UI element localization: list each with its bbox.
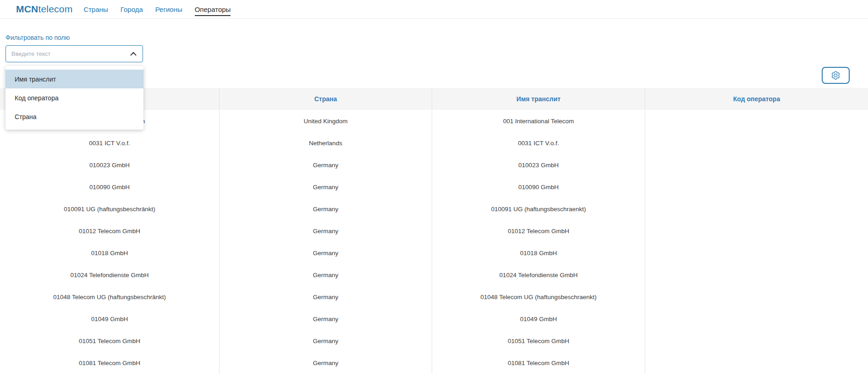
table-cell: 01051 Telecom GmbH [0,330,220,352]
table-cell [645,176,868,198]
dropdown-option-0[interactable]: Имя транслит [5,70,143,88]
table-cell: 01081 Telecom GmbH [432,352,645,374]
filter-combobox[interactable] [5,45,143,62]
table-cell: United Kingdom [220,110,432,132]
nav-item-1[interactable]: Города [121,5,143,13]
table-cell: Germany [220,286,432,308]
table-cell [645,110,868,132]
table-cell: Germany [220,176,432,198]
table-cell [645,330,868,352]
nav-item-3[interactable]: Операторы [195,5,231,16]
dropdown-option-1[interactable]: Код оператора [5,88,143,107]
table-cell: 01051 Telecom GmbH [432,330,645,352]
table-cell: 0031 ICT V.o.f. [0,132,220,154]
table-row[interactable]: 010090 GmbHGermany010090 GmbH [0,176,868,198]
operators-table: СтранаИмя транслитКод оператора 001 Inte… [0,88,868,374]
table-row[interactable]: 01024 Telefondienste GmbHGermany01024 Te… [0,264,868,286]
column-header-3[interactable]: Код оператора [645,88,868,110]
table-cell: 0031 ICT V.o.f. [432,132,645,154]
table-cell [645,352,868,374]
table-settings-button[interactable] [822,67,850,84]
filter-dropdown-panel: Имя транслитКод оператораСтрана [5,66,143,130]
table-body: 001 International TelecomUnited Kingdom0… [0,110,868,374]
table-cell: Germany [220,330,432,352]
table-cell: 01024 Telefondienste GmbH [0,264,220,286]
table-row[interactable]: 01081 Telecom GmbHGermany01081 Telecom G… [0,352,868,374]
table-cell: 010090 GmbH [432,176,645,198]
table-cell: Germany [220,198,432,220]
brand-logo-rest: telecom [38,4,72,14]
table-cell: 010023 GmbH [0,154,220,176]
table-cell [645,154,868,176]
table-cell: Germany [220,220,432,242]
nav-item-0[interactable]: Страны [83,5,108,13]
table-cell [645,264,868,286]
table-cell: Germany [220,154,432,176]
table-row[interactable]: 0031 ICT V.o.f.Netherlands0031 ICT V.o.f… [0,132,868,154]
table-cell [645,286,868,308]
table-cell: 01048 Telecom UG (haftungsbeschränkt) [0,286,220,308]
table-cell: 01024 Telefondienste GmbH [432,264,645,286]
filter-text-input[interactable] [11,50,116,58]
table-cell [645,308,868,330]
table-cell: 01081 Telecom GmbH [0,352,220,374]
column-header-2[interactable]: Имя транслит [432,88,645,110]
top-navbar: MCNtelecom СтраныГородаРегионыОператоры [0,0,868,19]
table-cell: Netherlands [220,132,432,154]
table-cell: 010091 UG (haftungsbeschränkt) [0,198,220,220]
table-cell: Germany [220,308,432,330]
table-cell: 010091 UG (haftungsbeschraenkt) [432,198,645,220]
filter-field-label: Фильтровать по полю [5,34,70,41]
table-cell [645,220,868,242]
nav-links: СтраныГородаРегионыОператоры [83,0,231,18]
table-row[interactable]: 01051 Telecom GmbHGermany01051 Telecom G… [0,330,868,352]
table-cell: 01049 GmbH [432,308,645,330]
brand-logo-bold: MCN [16,4,38,14]
table-cell: 001 International Telecom [432,110,645,132]
gear-icon [831,71,841,80]
table-cell: 010090 GmbH [0,176,220,198]
table-cell [645,198,868,220]
table-cell: 01012 Telecom GmbH [432,220,645,242]
table-row[interactable]: 01048 Telecom UG (haftungsbeschränkt)Ger… [0,286,868,308]
table-row[interactable]: 01012 Telecom GmbHGermany01012 Telecom G… [0,220,868,242]
dropdown-option-2[interactable]: Страна [5,107,143,126]
table-cell: 01018 GmbH [0,242,220,264]
table-cell: Germany [220,264,432,286]
table-row[interactable]: 01018 GmbHGermany01018 GmbH [0,242,868,264]
table-cell: 01012 Telecom GmbH [0,220,220,242]
table-cell: 01049 GmbH [0,308,220,330]
column-header-1[interactable]: Страна [220,88,432,110]
table-cell [645,132,868,154]
table-cell [645,242,868,264]
chevron-up-icon[interactable] [130,52,137,56]
table-cell: 010023 GmbH [432,154,645,176]
table-cell: 01018 GmbH [432,242,645,264]
table-row[interactable]: 01049 GmbHGermany01049 GmbH [0,308,868,330]
table-cell: Germany [220,352,432,374]
brand-logo[interactable]: MCNtelecom [16,4,72,15]
table-row[interactable]: 010023 GmbHGermany010023 GmbH [0,154,868,176]
table-cell: Germany [220,242,432,264]
table-cell: 01048 Telecom UG (haftungsbeschraenkt) [432,286,645,308]
table-row[interactable]: 010091 UG (haftungsbeschränkt)Germany010… [0,198,868,220]
nav-item-2[interactable]: Регионы [155,5,182,13]
